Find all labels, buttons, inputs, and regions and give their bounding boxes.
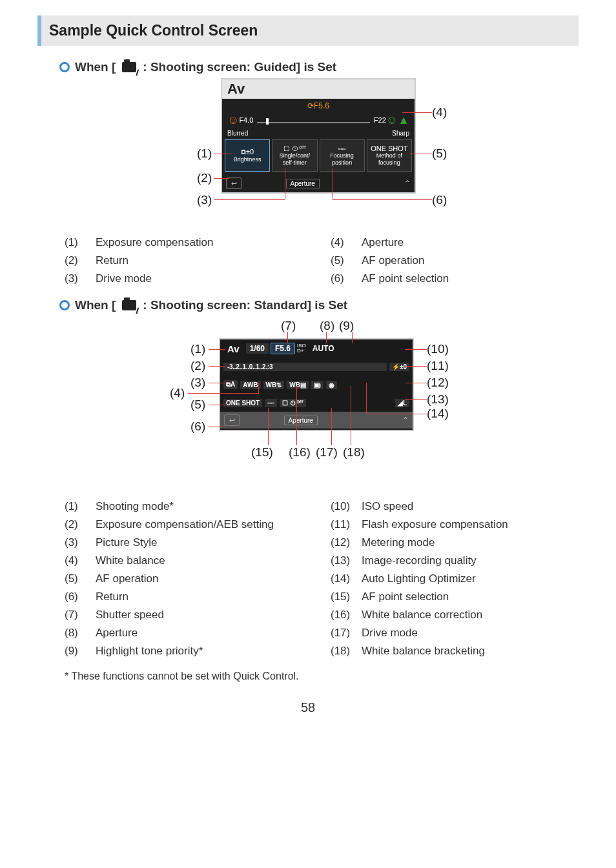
- mode-chip[interactable]: Av: [223, 343, 243, 355]
- slider-left-label: Blurred: [227, 130, 248, 137]
- callout-9: (9): [339, 319, 354, 333]
- aperture-slider[interactable]: [257, 114, 369, 126]
- alo-chip[interactable]: ▣ᵢ: [311, 381, 323, 389]
- awb-chip[interactable]: AWB: [240, 381, 260, 389]
- standard-screen: Av 1/60 F5.6 ISOD+ AUTO -3..2..1..0..1..…: [219, 338, 414, 431]
- section-title-bar: Sample Quick Control Screen: [37, 15, 579, 46]
- iso-chip[interactable]: AUTO: [309, 343, 338, 354]
- callout-3b: (3): [190, 376, 205, 390]
- aperture-value: ⟳F5.6: [222, 99, 415, 110]
- callout-6b: (6): [190, 419, 205, 434]
- guided-legend: (1)Exposure compensation (2)Return (3)Dr…: [65, 236, 579, 285]
- callout-5: (5): [432, 146, 447, 161]
- standard-figure: Av 1/60 F5.6 ISOD+ AUTO -3..2..1..0..1..…: [108, 316, 508, 490]
- slider-min: F4.0: [239, 116, 253, 124]
- callout-17: (17): [316, 445, 338, 459]
- af-op-chip[interactable]: ONE SHOT: [223, 399, 262, 407]
- camera-settings-icon: [122, 300, 136, 310]
- brightness-cell[interactable]: ⧉±0 Brightness: [225, 139, 270, 172]
- callout-3: (3): [197, 193, 212, 207]
- callout-11: (11): [427, 359, 449, 373]
- bullet-icon: [59, 300, 70, 310]
- flash-comp-chip[interactable]: ⚡±0: [389, 363, 409, 371]
- return-icon[interactable]: ↩: [224, 414, 240, 426]
- callout-12: (12): [427, 376, 449, 390]
- standard-heading-text-before: When [: [75, 298, 116, 312]
- guided-figure: Av ⟳F5.6 ☺ F4.0 F22 ☺▲ Blurred Sharp: [127, 78, 489, 227]
- wb-bkt-chip[interactable]: WB▤: [287, 381, 309, 389]
- aperture-footer-label: Aperture: [284, 416, 318, 425]
- callout-2b: (2): [190, 359, 205, 373]
- wb-shift-chip[interactable]: WB⇅: [263, 381, 285, 389]
- mode-header: Av: [222, 79, 415, 99]
- callout-15: (15): [251, 445, 273, 459]
- standard-heading: When [ : Shooting screen: Standard] is S…: [59, 298, 579, 312]
- callout-13: (13): [427, 392, 449, 407]
- slider-max: F22: [374, 116, 386, 124]
- guided-heading-text-before: When [: [75, 60, 116, 74]
- shutter-chip[interactable]: 1/60: [246, 343, 269, 354]
- callout-7: (7): [281, 319, 296, 333]
- footnote: * These functions cannot be set with Qui…: [65, 671, 579, 682]
- callout-14: (14): [427, 407, 449, 421]
- standard-legend: (1)Shooting mode* (2)Exposure compensati…: [65, 500, 579, 658]
- af-method-cell[interactable]: ONE SHOT Method of focusing: [367, 139, 412, 172]
- guided-heading: When [ : Shooting screen: Guided] is Set: [59, 60, 579, 74]
- camera-settings-icon: [122, 62, 136, 72]
- metering-chip[interactable]: ◉: [326, 381, 337, 389]
- picture-style-chip[interactable]: ⧉A: [223, 380, 238, 389]
- callout-4b: (4): [170, 386, 185, 400]
- aperture-footer-label: Aperture: [286, 179, 320, 188]
- return-icon[interactable]: ↩: [226, 177, 241, 189]
- htp-icon: ISOD+: [297, 343, 306, 354]
- drive-chip[interactable]: ☐ ⏲ᴼᶠᶠ: [280, 399, 306, 407]
- af-point-chip[interactable]: ▫▫▫: [265, 399, 277, 407]
- callout-16: (16): [289, 445, 311, 459]
- section-title: Sample Quick Control Screen: [49, 22, 258, 39]
- page-number: 58: [37, 700, 579, 715]
- chevron-up-icon[interactable]: ⌃: [404, 179, 411, 188]
- slider-right-label: Sharp: [392, 130, 409, 137]
- guided-screen: Av ⟳F5.6 ☺ F4.0 F22 ☺▲ Blurred Sharp: [221, 78, 416, 194]
- callout-5b: (5): [190, 398, 205, 412]
- chevron-up-icon[interactable]: ⌃: [402, 416, 409, 425]
- sharp-face-icon: ☺▲: [386, 114, 409, 127]
- bullet-icon: [59, 62, 70, 72]
- callout-8: (8): [320, 319, 334, 333]
- callout-4: (4): [432, 105, 447, 119]
- focus-position-cell[interactable]: ▫▫▫ Focusing position: [320, 139, 365, 172]
- standard-heading-text-after: : Shooting screen: Standard] is Set: [143, 298, 347, 312]
- callout-1b: (1): [190, 342, 205, 356]
- callout-6: (6): [432, 193, 447, 207]
- exposure-scale[interactable]: -3..2..1..0..1..2.:3: [223, 363, 387, 371]
- blurred-face-icon: ☺: [227, 114, 239, 127]
- callout-18: (18): [343, 445, 365, 459]
- drive-cell[interactable]: ☐ ⏲ᴼᶠᶠ Single/cont/ self-timer: [272, 139, 317, 172]
- callout-1: (1): [197, 146, 212, 161]
- aperture-chip[interactable]: F5.6: [271, 343, 294, 354]
- guided-heading-text-after: : Shooting screen: Guided] is Set: [143, 60, 336, 74]
- callout-2: (2): [197, 171, 212, 185]
- callout-10: (10): [427, 342, 449, 356]
